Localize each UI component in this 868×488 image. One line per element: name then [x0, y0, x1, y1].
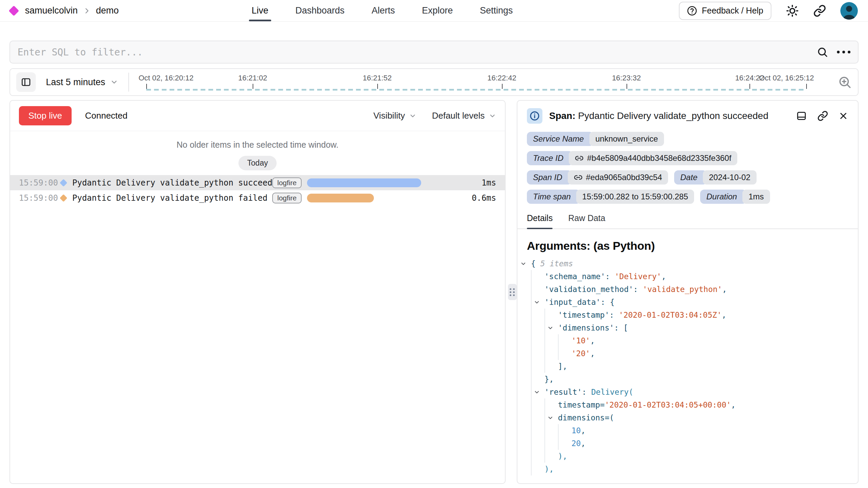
badge-value: 1ms [742, 190, 770, 204]
collapse-chevron-icon[interactable] [534, 296, 540, 309]
code-line-body: 'schema_name': 'Delivery', [544, 270, 666, 283]
close-icon [838, 111, 848, 121]
sun-icon [786, 4, 799, 18]
timeline-tick-mark [253, 84, 253, 89]
search-button[interactable] [817, 46, 828, 58]
feedback-help-button[interactable]: Feedback / Help [679, 2, 771, 20]
tab-settings[interactable]: Settings [480, 0, 513, 21]
live-panel: Stop live Connected Visibility Default l… [9, 100, 506, 484]
badge-value-text: 15:59:00.282 to 15:59:00.285 [582, 192, 688, 201]
scope-tag[interactable]: logfire [272, 177, 302, 188]
tab-dashboards[interactable]: Dashboards [296, 0, 345, 21]
indent-guide [544, 334, 558, 347]
indent-guide [531, 321, 544, 334]
default-levels-dropdown[interactable]: Default levels [432, 111, 496, 121]
breadcrumb-project[interactable]: demo [96, 5, 119, 16]
code-line-body: '10', [571, 334, 595, 347]
tab-live[interactable]: Live [252, 0, 269, 21]
indent-guide [544, 347, 558, 360]
search-icon [817, 46, 828, 58]
code-token-p: }, [544, 375, 554, 384]
indent-guide [531, 373, 544, 386]
chevron-right-icon [83, 7, 91, 15]
indent-guide [558, 334, 571, 347]
code-line-body: dimensions=( [558, 411, 614, 424]
dock-panel-button[interactable] [796, 110, 807, 122]
link-icon [813, 4, 826, 17]
tab-explore[interactable]: Explore [422, 0, 453, 21]
code-line: 'result': Delivery( [531, 386, 848, 398]
timeline-tick-label: 16:22:42 [487, 74, 516, 82]
time-range-dropdown[interactable]: Last 5 minutes [46, 77, 118, 88]
badge-label: Duration [700, 190, 746, 204]
timeline-track[interactable]: Oct 02, 16:20:1216:21:0216:21:5216:22:42… [132, 69, 832, 95]
badge-label: Span ID [527, 170, 572, 185]
tab-alerts[interactable]: Alerts [372, 0, 395, 21]
code-token-s: '10' [571, 336, 590, 345]
code-line-body: timestamp='2020-01-02T03:04:05+00:00', [558, 398, 736, 411]
timeline-activity-dashes [146, 89, 806, 91]
stop-live-button[interactable]: Stop live [19, 106, 72, 125]
day-badge[interactable]: Today [238, 156, 277, 170]
collapse-chevron-icon[interactable] [547, 411, 554, 424]
collapse-chevron-icon[interactable] [547, 321, 554, 334]
link-icon[interactable] [575, 154, 584, 163]
code-token-s: 'validate_python' [643, 285, 722, 294]
indent-guide [544, 309, 558, 321]
timeline-tick-mark [749, 84, 750, 89]
code-token-p: : [633, 285, 643, 294]
theme-toggle-button[interactable] [786, 4, 799, 18]
copy-link-button[interactable] [817, 111, 828, 121]
scope-tag[interactable]: logfire [272, 193, 302, 203]
code-token-k: timestamp= [558, 400, 605, 409]
indent-guide [531, 270, 544, 283]
tab-raw-data[interactable]: Raw Data [568, 213, 605, 228]
indent-guide [544, 398, 558, 411]
code-line: timestamp='2020-01-02T03:04:05+00:00', [531, 398, 848, 411]
panel-resize-handle[interactable] [508, 284, 517, 300]
duration-bar [307, 194, 374, 202]
collapse-chevron-icon[interactable] [520, 257, 527, 270]
collapse-chevron-icon[interactable] [534, 386, 540, 398]
visibility-dropdown[interactable]: Visibility [373, 111, 416, 121]
close-panel-button[interactable] [838, 111, 848, 121]
log-rows: 15:59:00Pydantic Delivery validate_pytho… [10, 175, 505, 205]
code-line: 'dimensions': [ [531, 321, 848, 334]
link-icon[interactable] [574, 173, 583, 182]
breadcrumb-org[interactable]: samuelcolvin [25, 5, 78, 16]
tab-details[interactable]: Details [527, 213, 553, 228]
panel-left-icon [21, 77, 31, 88]
badge-label: Date [674, 170, 707, 185]
span-attribute-badge: Trace ID#b4e5809a440dbb3458e68d2335fe360… [527, 151, 737, 165]
code-line-body: ), [558, 450, 567, 463]
code-token-p: , [590, 336, 595, 345]
user-avatar[interactable] [840, 2, 858, 20]
indent-guide [558, 437, 571, 450]
code-line-body: 10, [571, 424, 586, 437]
indent-guide [531, 283, 544, 296]
code-line: 'schema_name': 'Delivery', [531, 270, 848, 283]
span-badges: Service Nameunknown_serviceTrace ID#b4e5… [517, 129, 858, 204]
indent-guide [531, 347, 544, 360]
log-row[interactable]: 15:59:00Pydantic Delivery validate_pytho… [10, 175, 505, 190]
timeline-tick-label: Oct 02, 16:25:12 [759, 74, 814, 82]
log-row[interactable]: 15:59:00Pydantic Delivery validate_pytho… [10, 190, 505, 205]
span-attribute-badge: Time span15:59:00.282 to 15:59:00.285 [527, 190, 694, 204]
code-line-body: }, [544, 373, 554, 386]
indent-guide [531, 334, 544, 347]
code-token-p: : [ [614, 323, 628, 332]
code-token-k: 'input_data' [544, 298, 601, 307]
code-token-p: : [582, 388, 591, 396]
sidebar-toggle-button[interactable] [16, 72, 36, 92]
code-line: { 5 items [531, 257, 848, 270]
indent-guide [544, 450, 558, 463]
logfire-logo-icon[interactable] [8, 5, 19, 16]
code-token-p: , [581, 426, 586, 435]
more-options-button[interactable] [837, 51, 850, 53]
badge-label: Service Name [527, 132, 593, 146]
log-row-duration: 0.6ms [461, 193, 496, 203]
share-link-button[interactable] [813, 4, 826, 17]
sql-filter-input[interactable] [18, 47, 817, 58]
timeline-zoom-button[interactable] [838, 75, 852, 89]
indent-guide [531, 398, 544, 411]
